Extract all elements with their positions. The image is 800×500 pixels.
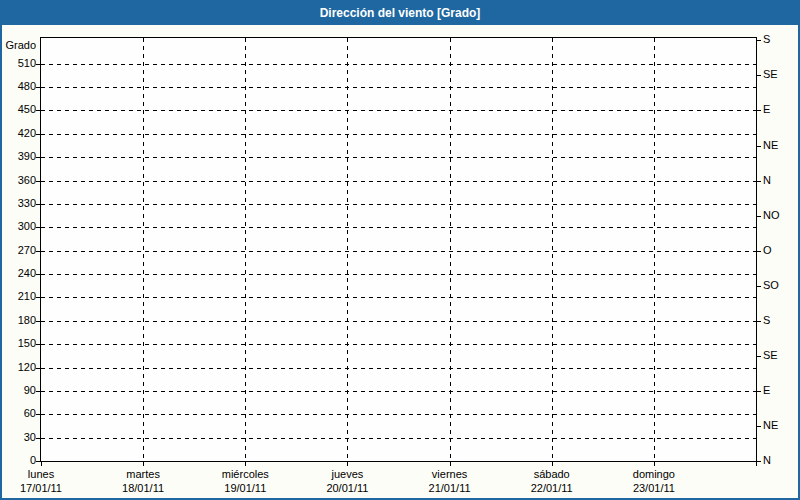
v-gridline bbox=[450, 38, 451, 461]
y-axis-tick bbox=[36, 414, 40, 415]
compass-tick-label: N bbox=[763, 454, 771, 467]
plot-area bbox=[40, 37, 757, 462]
y-axis-tick bbox=[36, 181, 40, 182]
day-date-label: 18/01/11 bbox=[92, 481, 194, 495]
y-tick-label: 0 bbox=[2, 454, 36, 467]
day-name-label: sábado bbox=[501, 467, 603, 481]
v-gridline bbox=[552, 38, 553, 461]
compass-tick-label: NE bbox=[763, 419, 778, 432]
y-axis-tick bbox=[36, 344, 40, 345]
h-gridline bbox=[41, 181, 756, 182]
day-name-label: viernes bbox=[399, 467, 501, 481]
day-name-label: martes bbox=[92, 467, 194, 481]
h-gridline bbox=[41, 368, 756, 369]
chart-layer: Grado 5104804504203903603303002702402101… bbox=[2, 2, 798, 498]
y-axis-tick bbox=[36, 157, 40, 158]
v-gridline bbox=[654, 38, 655, 461]
day-label-group: martes18/01/11 bbox=[92, 467, 194, 495]
y-axis-tick bbox=[36, 274, 40, 275]
day-date-label: 23/01/11 bbox=[603, 481, 705, 495]
v-gridline bbox=[143, 38, 144, 461]
compass-axis-tick bbox=[757, 426, 761, 427]
h-gridline bbox=[41, 227, 756, 228]
x-axis-tick bbox=[143, 462, 144, 466]
y-tick-label: 510 bbox=[2, 57, 36, 70]
y-axis-tick bbox=[36, 64, 40, 65]
h-gridline bbox=[41, 321, 756, 322]
compass-tick-label: SE bbox=[763, 349, 778, 362]
day-label-group: jueves20/01/11 bbox=[296, 467, 398, 495]
y-tick-label: 120 bbox=[2, 361, 36, 374]
compass-axis-tick bbox=[757, 286, 761, 287]
h-gridline bbox=[41, 438, 756, 439]
x-axis-tick bbox=[654, 462, 655, 466]
y-axis-tick bbox=[36, 87, 40, 88]
compass-tick-label: SO bbox=[763, 279, 779, 292]
x-axis-tick bbox=[450, 462, 451, 466]
h-gridline bbox=[41, 344, 756, 345]
compass-axis-tick bbox=[757, 110, 761, 111]
x-axis-tick bbox=[756, 462, 757, 466]
compass-axis-tick bbox=[757, 356, 761, 357]
y-axis-tick bbox=[36, 461, 40, 462]
y-axis-tick bbox=[36, 251, 40, 252]
y-tick-label: 90 bbox=[2, 384, 36, 397]
y-axis-tick bbox=[36, 321, 40, 322]
compass-tick-label: O bbox=[763, 244, 772, 257]
day-date-label: 22/01/11 bbox=[501, 481, 603, 495]
x-axis-tick bbox=[347, 462, 348, 466]
day-name-label: domingo bbox=[603, 467, 705, 481]
compass-tick-label: SE bbox=[763, 68, 778, 81]
y-tick-label: 450 bbox=[2, 103, 36, 116]
h-gridline bbox=[41, 134, 756, 135]
day-date-label: 20/01/11 bbox=[296, 481, 398, 495]
y-tick-label: 210 bbox=[2, 290, 36, 303]
compass-axis-tick bbox=[757, 146, 761, 147]
compass-axis-tick bbox=[757, 181, 761, 182]
compass-tick-label: S bbox=[763, 314, 770, 327]
compass-tick-label: E bbox=[763, 384, 770, 397]
y-tick-label: 30 bbox=[2, 431, 36, 444]
h-gridline bbox=[41, 297, 756, 298]
compass-axis-tick bbox=[757, 75, 761, 76]
y-axis-tick bbox=[36, 297, 40, 298]
compass-axis-tick bbox=[757, 391, 761, 392]
y-axis-tick bbox=[36, 110, 40, 111]
compass-axis-tick bbox=[757, 321, 761, 322]
day-label-group: lunes17/01/11 bbox=[0, 467, 92, 495]
x-axis-tick bbox=[245, 462, 246, 466]
y-tick-label: 360 bbox=[2, 174, 36, 187]
y-axis-tick bbox=[36, 227, 40, 228]
h-gridline bbox=[41, 414, 756, 415]
y-tick-label: 180 bbox=[2, 314, 36, 327]
y-tick-label: 480 bbox=[2, 80, 36, 93]
compass-tick-label: NO bbox=[763, 209, 780, 222]
day-label-group: miércoles19/01/11 bbox=[194, 467, 296, 495]
y-tick-label: 240 bbox=[2, 267, 36, 280]
y-tick-label: 390 bbox=[2, 150, 36, 163]
y-tick-label: 300 bbox=[2, 220, 36, 233]
compass-axis-tick bbox=[757, 461, 761, 462]
compass-axis-tick bbox=[757, 216, 761, 217]
day-date-label: 21/01/11 bbox=[399, 481, 501, 495]
y-axis-tick bbox=[36, 134, 40, 135]
h-gridline bbox=[41, 64, 756, 65]
day-date-label: 19/01/11 bbox=[194, 481, 296, 495]
day-date-label: 17/01/11 bbox=[0, 481, 92, 495]
h-gridline bbox=[41, 157, 756, 158]
y-axis-tick bbox=[36, 204, 40, 205]
v-gridline bbox=[347, 38, 348, 461]
y-tick-label: 60 bbox=[2, 407, 36, 420]
h-gridline bbox=[41, 204, 756, 205]
h-gridline bbox=[41, 274, 756, 275]
day-name-label: lunes bbox=[0, 467, 92, 481]
compass-tick-label: S bbox=[763, 33, 770, 46]
compass-axis-tick bbox=[757, 40, 761, 41]
day-label-group: sábado22/01/11 bbox=[501, 467, 603, 495]
y-axis-tick bbox=[36, 391, 40, 392]
y-tick-label: 150 bbox=[2, 337, 36, 350]
y-axis-tick bbox=[36, 438, 40, 439]
y-tick-label: 330 bbox=[2, 197, 36, 210]
compass-tick-label: NE bbox=[763, 139, 778, 152]
day-name-label: miércoles bbox=[194, 467, 296, 481]
